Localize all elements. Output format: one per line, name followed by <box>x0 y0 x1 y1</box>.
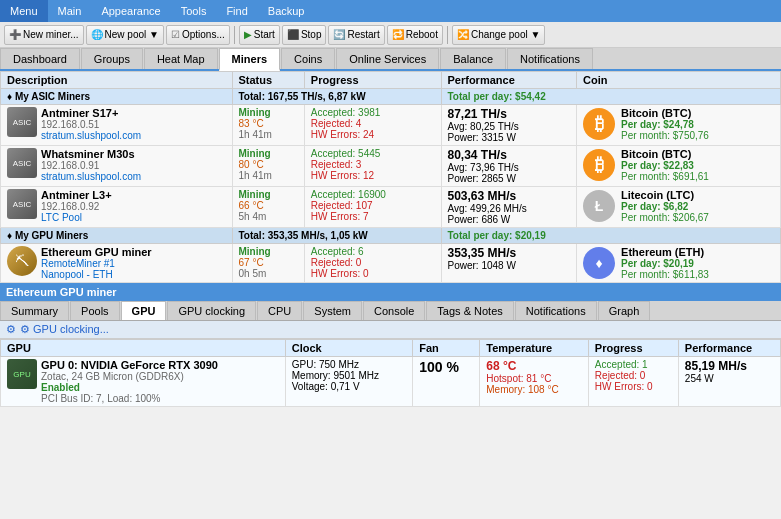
gpu-section-header: ♦ My GPU Miners Total: 353,35 MH/s, 1,05… <box>1 228 781 244</box>
miner-status: Mining 83 °C 1h 41m <box>232 105 304 146</box>
table-row: GPU GPU 0: NVIDIA GeForce RTX 3090 Zotac… <box>1 357 781 407</box>
miner-name: Whatsminer M30s <box>41 148 141 160</box>
bottom-tab-system[interactable]: System <box>303 301 362 320</box>
tab-coins[interactable]: Coins <box>281 48 335 69</box>
tab-dashboard[interactable]: Dashboard <box>0 48 80 69</box>
miner-desc: ASIC Antminer L3+ 192.168.0.92 LTC Pool <box>1 187 233 228</box>
gpu-col-gpu: GPU <box>1 340 286 357</box>
gpu-icon: GPU <box>7 359 37 389</box>
col-status: Status <box>232 72 304 89</box>
bottom-tab-summary[interactable]: Summary <box>0 301 69 320</box>
bottom-tab-gpu[interactable]: GPU <box>121 301 167 320</box>
miner-coin: ₿ Bitcoin (BTC) Per day: $22,83 Per mont… <box>577 146 781 187</box>
miner-name: Antminer S17+ <box>41 107 141 119</box>
miner-performance: 80,34 TH/s Avg: 73,96 TH/s Power: 2865 W <box>441 146 577 187</box>
miner-pool: RemoteMiner #1 <box>41 258 152 269</box>
menu-backup[interactable]: Backup <box>258 0 315 22</box>
menu-menu[interactable]: Menu <box>0 0 48 22</box>
new-pool-button[interactable]: 🌐 New pool ▼ <box>86 25 164 45</box>
table-row: ⛏ Ethereum GPU miner RemoteMiner #1 Nano… <box>1 244 781 283</box>
stop-icon: ⬛ <box>287 29 299 40</box>
miner-desc: ⛏ Ethereum GPU miner RemoteMiner #1 Nano… <box>1 244 233 283</box>
col-performance: Performance <box>441 72 577 89</box>
menu-tools[interactable]: Tools <box>171 0 217 22</box>
gpu-brand: Zotac, 24 GB Micron (GDDR6X) <box>41 371 218 382</box>
restart-button[interactable]: 🔄 Restart <box>328 25 384 45</box>
miner-desc: ASIC Antminer S17+ 192.168.0.51 stratum.… <box>1 105 233 146</box>
gpu-col-performance: Performance <box>678 340 780 357</box>
bottom-tab-cpu[interactable]: CPU <box>257 301 302 320</box>
change-pool-button[interactable]: 🔀 Change pool ▼ <box>452 25 545 45</box>
gpu-total-day: Total per day: $20,19 <box>441 228 781 244</box>
restart-icon: 🔄 <box>333 29 345 40</box>
gpu-device: GPU GPU 0: NVIDIA GeForce RTX 3090 Zotac… <box>1 357 286 407</box>
bottom-tab-pools[interactable]: Pools <box>70 301 120 320</box>
miner-progress: Accepted: 5445 Rejected: 3 HW Errors: 12 <box>304 146 441 187</box>
tab-groups[interactable]: Groups <box>81 48 143 69</box>
miner-performance: 87,21 TH/s Avg: 80,25 TH/s Power: 3315 W <box>441 105 577 146</box>
bottom-panel-title: Ethereum GPU miner <box>0 283 781 301</box>
new-miner-icon: ➕ <box>9 29 21 40</box>
gpu-clocking-label[interactable]: ⚙ GPU clocking... <box>20 323 109 336</box>
gpu-clocking-bar: ⚙ ⚙ GPU clocking... <box>0 321 781 339</box>
gear-icon: ⚙ <box>6 323 16 336</box>
bottom-tab-notifications[interactable]: Notifications <box>515 301 597 320</box>
miner-icon: ASIC <box>7 189 37 219</box>
menu-find[interactable]: Find <box>216 0 257 22</box>
gpu-col-progress: Progress <box>588 340 678 357</box>
tab-heatmap[interactable]: Heat Map <box>144 48 218 69</box>
options-icon: ☑ <box>171 29 180 40</box>
gpu-clock: GPU: 750 MHz Memory: 9501 MHz Voltage: 0… <box>285 357 413 407</box>
menu-main[interactable]: Main <box>48 0 92 22</box>
table-row: ASIC Whatsminer M30s 192.168.0.91 stratu… <box>1 146 781 187</box>
miner-ip: 192.168.0.92 <box>41 201 112 212</box>
miner-pool: LTC Pool <box>41 212 112 223</box>
reboot-icon: 🔁 <box>392 29 404 40</box>
gpu-section-label: ♦ My GPU Miners <box>1 228 233 244</box>
gpu-table: GPU Clock Fan Temperature Progress Perfo… <box>0 339 781 407</box>
bottom-tab-tags-notes[interactable]: Tags & Notes <box>426 301 513 320</box>
tab-notifications[interactable]: Notifications <box>507 48 593 69</box>
bottom-tab-bar: Summary Pools GPU GPU clocking CPU Syste… <box>0 301 781 321</box>
miner-pool: stratum.slushpool.com <box>41 171 141 182</box>
tab-online-services[interactable]: Online Services <box>336 48 439 69</box>
ltc-icon: Ł <box>583 190 615 222</box>
tab-balance[interactable]: Balance <box>440 48 506 69</box>
miner-coin: Ł Litecoin (LTC) Per day: $6,82 Per mont… <box>577 187 781 228</box>
options-button[interactable]: ☑ Options... <box>166 25 230 45</box>
miner-pool2: Nanopool - ETH <box>41 269 152 280</box>
miner-status: Mining 66 °C 5h 4m <box>232 187 304 228</box>
col-coin: Coin <box>577 72 781 89</box>
miner-progress: Accepted: 3981 Rejected: 4 HW Errors: 24 <box>304 105 441 146</box>
tab-miners[interactable]: Miners <box>219 48 280 71</box>
gpu-temp: 68 °C Hotspot: 81 °C Memory: 108 °C <box>480 357 589 407</box>
bottom-tab-graph[interactable]: Graph <box>598 301 651 320</box>
gpu-col-clock: Clock <box>285 340 413 357</box>
menu-bar: Menu Main Appearance Tools Find Backup <box>0 0 781 22</box>
bottom-tab-console[interactable]: Console <box>363 301 425 320</box>
miner-name: Ethereum GPU miner <box>41 246 152 258</box>
separator2 <box>447 26 448 44</box>
stop-button[interactable]: ⬛ Stop <box>282 25 327 45</box>
gpu-total: Total: 353,35 MH/s, 1,05 kW <box>232 228 441 244</box>
asic-section-header: ♦ My ASIC Miners Total: 167,55 TH/s, 6,8… <box>1 89 781 105</box>
asic-total: Total: 167,55 TH/s, 6,87 kW <box>232 89 441 105</box>
bottom-tab-gpu-clocking[interactable]: GPU clocking <box>167 301 256 320</box>
gpu-col-temp: Temperature <box>480 340 589 357</box>
start-button[interactable]: ▶ Start <box>239 25 280 45</box>
btc-icon: ₿ <box>583 108 615 140</box>
eth-icon: ♦ <box>583 247 615 279</box>
miner-coin: ♦ Ethereum (ETH) Per day: $20,19 Per mon… <box>577 244 781 283</box>
miner-performance: 353,35 MH/s Power: 1048 W <box>441 244 577 283</box>
table-row: ASIC Antminer S17+ 192.168.0.51 stratum.… <box>1 105 781 146</box>
miner-name: Antminer L3+ <box>41 189 112 201</box>
reboot-button[interactable]: 🔁 Reboot <box>387 25 443 45</box>
col-description: Description <box>1 72 233 89</box>
miner-performance: 503,63 MH/s Avg: 499,26 MH/s Power: 686 … <box>441 187 577 228</box>
start-icon: ▶ <box>244 29 252 40</box>
new-miner-button[interactable]: ➕ New miner... <box>4 25 84 45</box>
menu-appearance[interactable]: Appearance <box>91 0 170 22</box>
miner-status: Mining 80 °C 1h 41m <box>232 146 304 187</box>
change-pool-icon: 🔀 <box>457 29 469 40</box>
main-tab-bar: Dashboard Groups Heat Map Miners Coins O… <box>0 48 781 71</box>
